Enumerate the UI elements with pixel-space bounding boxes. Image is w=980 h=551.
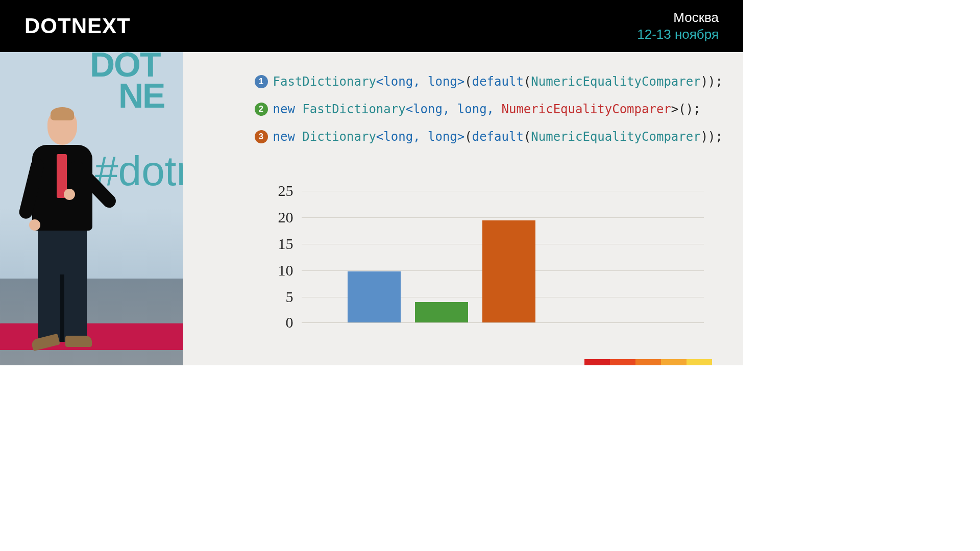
header-right: Москва 12-13 ноября [637,10,719,42]
ytick-25: 25 [278,182,293,199]
ytick-15: 15 [278,235,293,253]
y-axis: 25 20 15 10 5 0 [270,185,299,333]
plot-area [302,185,704,333]
code-line-1: 1 FastDictionary<long, long>(default(Num… [255,74,723,89]
ytick-10: 10 [278,262,293,279]
header-bar: DOTNEXT Москва 12-13 ноября [0,0,743,52]
logo-text: DOTNEXT [24,14,131,38]
city-label: Москва [637,10,719,26]
date-label: 12-13 ноября [637,27,719,42]
heat-strip [584,359,712,365]
backdrop-l2: NE [118,76,164,115]
heat-1 [584,359,610,365]
bullet-2-icon: 2 [255,103,268,116]
heat-2 [610,359,635,365]
backdrop-hashtag: #dotn [95,147,183,195]
bottom-margin [0,365,743,416]
bullet-1-icon: 1 [255,75,268,88]
code-2-text: new FastDictionary<long, long, NumericEq… [273,102,701,116]
code-line-3: 3 new Dictionary<long, long>(default(Num… [255,130,723,144]
bullet-3-icon: 3 [255,130,268,143]
speaker-torso [32,145,92,231]
bar-chart: 25 20 15 10 5 0 [270,185,704,333]
backdrop-logo: DOT NE [90,52,164,111]
grid-25 [302,191,704,191]
slide-pane: 1 FastDictionary<long, long>(default(Num… [183,52,743,365]
heat-5 [687,359,712,365]
bars-container [302,195,704,322]
code-3-text: new Dictionary<long, long>(default(Numer… [273,130,723,144]
speaker-legs [38,231,87,342]
speaker-head [47,110,77,145]
ytick-5: 5 [286,288,293,306]
ytick-0: 0 [286,314,293,331]
bar-3 [482,220,535,322]
speaker-figure [21,110,103,345]
ytick-20: 20 [278,209,293,226]
content-row: DOT NE #dotn 1 FastDictionary<long, long… [0,52,743,365]
code-line-2: 2 new FastDictionary<long, long, Numeric… [255,102,723,116]
bar-1 [348,271,401,322]
bar-2 [415,302,468,322]
heat-4 [661,359,687,365]
heat-3 [635,359,661,365]
code-1-text: FastDictionary<long, long>(default(Numer… [273,74,723,89]
camera-pane: DOT NE #dotn [0,52,183,365]
